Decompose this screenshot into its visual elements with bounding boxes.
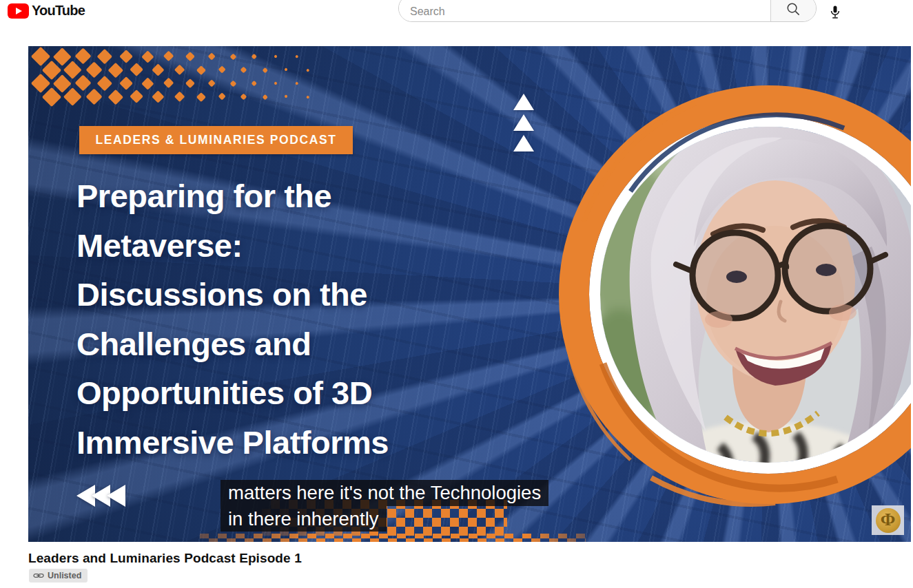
diamond-dot xyxy=(53,48,71,65)
diamond-dot xyxy=(130,63,143,76)
thumbnail-title-line: Metaverse: xyxy=(76,221,389,271)
diamond-dot xyxy=(119,76,133,90)
diamond-dot xyxy=(63,61,81,78)
youtube-logo[interactable]: YouTube xyxy=(8,3,85,19)
diamond-pattern-top-left xyxy=(28,46,325,112)
diamond-dot xyxy=(229,53,236,60)
diamond-dot xyxy=(152,63,164,76)
diamond-dot xyxy=(130,90,143,103)
diamond-dot xyxy=(41,60,61,79)
diamond-dot xyxy=(218,66,227,74)
video-player[interactable]: LEADERS & LUMINARIES PODCAST Preparing f… xyxy=(28,46,911,542)
diamond-dot xyxy=(97,49,112,64)
diamond-dot xyxy=(240,67,247,74)
thumbnail-title-line: Preparing for the xyxy=(76,171,389,221)
diamond-dot xyxy=(240,94,247,101)
diamond-dot xyxy=(85,61,102,78)
microphone-icon xyxy=(828,3,842,21)
diamond-dot xyxy=(185,52,195,61)
diamond-dot xyxy=(174,65,185,76)
channel-watermark[interactable]: Φ xyxy=(872,505,904,535)
triple-up-triangles-icon xyxy=(513,94,534,151)
diamond-dot xyxy=(263,94,268,100)
diamond-dot xyxy=(185,78,195,88)
diamond-dot xyxy=(196,92,206,102)
thumbnail-title-line: Challenges and xyxy=(76,319,389,369)
visibility-label: Unlisted xyxy=(48,571,81,580)
search-input[interactable] xyxy=(399,0,770,21)
diamond-dot xyxy=(63,87,81,105)
voice-search-button[interactable] xyxy=(824,0,846,22)
diamond-dot xyxy=(306,95,309,98)
diamond-dot xyxy=(163,51,174,62)
subtitle-captions: matters here it's not the Technologiesin… xyxy=(220,480,548,532)
diamond-dot xyxy=(31,74,50,93)
diamond-dot xyxy=(252,81,257,86)
diamond-dot xyxy=(274,81,278,85)
thumbnail-title: Preparing for theMetaverse:Discussions o… xyxy=(76,171,389,467)
diamond-dot xyxy=(75,75,92,92)
up-triangle xyxy=(513,135,534,151)
visibility-badge: Unlisted xyxy=(29,569,88,582)
left-triangle xyxy=(107,485,125,507)
phi-medallion-icon: Φ xyxy=(876,508,901,533)
diamond-dot xyxy=(229,80,236,87)
diamond-dot xyxy=(31,47,50,66)
podcast-badge: LEADERS & LUMINARIES PODCAST xyxy=(79,126,353,154)
triple-left-triangles-icon xyxy=(76,485,122,507)
diamond-dot xyxy=(196,65,206,75)
youtube-play-icon xyxy=(8,3,29,19)
diamond-dot xyxy=(152,90,164,103)
diamond-dot xyxy=(207,52,216,61)
caption-line: matters here it's not the Technologies xyxy=(220,480,548,506)
diamond-dot xyxy=(163,78,174,89)
diamond-dot xyxy=(296,55,299,59)
diamond-dot xyxy=(119,50,133,63)
thumbnail-title-line: Discussions on the xyxy=(76,270,389,319)
diamond-row-bottom xyxy=(200,534,586,542)
diamond-dot xyxy=(41,87,61,106)
diamond-dot xyxy=(174,92,185,103)
diamond-dot xyxy=(107,89,123,104)
diamond-dot xyxy=(141,50,154,63)
up-triangle xyxy=(513,114,534,131)
diamond-dot xyxy=(207,79,216,87)
magnifier-icon xyxy=(786,1,801,17)
diamond-dot xyxy=(85,88,102,105)
guest-photo xyxy=(548,74,911,515)
video-title: Leaders and Luminaries Podcast Episode 1 xyxy=(28,551,302,566)
diamond-dot xyxy=(141,77,154,90)
diamond-dot xyxy=(97,76,112,91)
youtube-wordmark: YouTube xyxy=(32,3,85,19)
up-triangle xyxy=(513,94,534,110)
search-button[interactable] xyxy=(770,0,816,21)
search-bar xyxy=(398,0,817,22)
diamond-dot xyxy=(274,54,278,59)
thumbnail-title-line: Immersive Platforms xyxy=(76,418,389,468)
diamond-dot xyxy=(306,68,309,72)
youtube-header: YouTube xyxy=(0,0,913,33)
diamond-dot xyxy=(107,62,123,77)
diamond-dot xyxy=(263,67,268,73)
diamond-dot xyxy=(285,68,289,72)
diamond-dot xyxy=(296,82,299,85)
play-triangle xyxy=(16,8,22,14)
diamond-dot xyxy=(252,54,257,59)
diamond-dot xyxy=(53,74,71,92)
link-icon xyxy=(33,571,44,580)
diamond-dot xyxy=(285,95,289,99)
diamond-dot xyxy=(218,93,227,101)
thumbnail-title-line: Opportunities of 3D xyxy=(76,368,389,418)
diamond-dot xyxy=(75,48,92,65)
caption-line: in there inherently xyxy=(220,506,387,532)
